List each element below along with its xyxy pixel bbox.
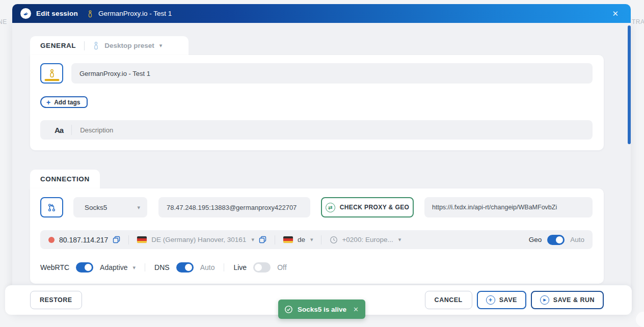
chevron-down-icon[interactable]: ▾ bbox=[310, 236, 313, 243]
options-row: WebRTC Adaptive ▾ DNS Auto Live Off bbox=[40, 258, 287, 277]
webrtc-label: WebRTC bbox=[40, 263, 69, 271]
swap-arrows-icon: ⇄ bbox=[326, 203, 335, 212]
scrollbar-thumb[interactable] bbox=[628, 25, 631, 144]
restore-button[interactable]: RESTORE bbox=[30, 291, 82, 309]
geo-label: Geo bbox=[529, 236, 542, 243]
live-state: Off bbox=[277, 263, 286, 271]
avatar-accent-bar bbox=[44, 79, 59, 81]
check-circle-icon bbox=[284, 305, 293, 314]
connection-tab-label: CONNECTION bbox=[40, 175, 90, 183]
restore-label: RESTORE bbox=[40, 296, 72, 304]
dns-label: DNS bbox=[154, 263, 170, 271]
geo-toggle-group: Geo Auto bbox=[529, 235, 584, 245]
timezone-value: +0200: Europe... bbox=[342, 236, 393, 243]
close-icon[interactable]: ✕ bbox=[608, 8, 623, 19]
geo-info-bar: 80.187.114.217 DE (Germany) Hanover, 301… bbox=[40, 230, 593, 249]
change-ip-url-input[interactable] bbox=[432, 204, 585, 211]
geo-toggle[interactable] bbox=[547, 235, 565, 245]
live-toggle[interactable] bbox=[253, 262, 271, 272]
divider bbox=[145, 263, 145, 271]
add-tags-button[interactable]: + Add tags bbox=[40, 96, 88, 108]
dns-state: Auto bbox=[200, 263, 215, 271]
save-and-run-button[interactable]: ▶ SAVE & RUN bbox=[531, 291, 604, 309]
plus-icon: + bbox=[46, 99, 50, 106]
cancel-label: CANCEL bbox=[435, 296, 463, 304]
cancel-button[interactable]: CANCEL bbox=[425, 291, 472, 309]
preset-label: Desktop preset bbox=[104, 42, 154, 49]
geo-location: DE (Germany) Hanover, 30161 bbox=[151, 236, 246, 243]
background-text-fragment: TRAS bbox=[632, 18, 644, 25]
proxy-string-input[interactable] bbox=[167, 204, 302, 211]
proxy-button[interactable] bbox=[40, 197, 63, 217]
preset-person-icon bbox=[93, 41, 99, 50]
general-tab-label: GENERAL bbox=[40, 42, 76, 49]
chevron-down-icon[interactable]: ▾ bbox=[251, 236, 254, 243]
chevron-down-icon[interactable]: ▾ bbox=[133, 264, 136, 271]
tab-connection: CONNECTION bbox=[30, 170, 100, 188]
webrtc-toggle[interactable] bbox=[76, 262, 93, 272]
tab-general: GENERAL Desktop preset ▾ bbox=[30, 36, 189, 55]
geo-state: Auto bbox=[570, 236, 584, 243]
divider bbox=[128, 235, 129, 244]
check-proxy-geo-label: CHECK PROXY & GEO bbox=[340, 204, 410, 211]
divider bbox=[321, 235, 321, 244]
background-shape bbox=[636, 312, 644, 327]
background-text-fragment: NE bbox=[0, 18, 7, 25]
proxy-network-icon bbox=[47, 203, 57, 212]
play-circle-icon: ▶ bbox=[540, 295, 549, 305]
profile-avatar-button[interactable] bbox=[40, 63, 63, 84]
app-logo-icon bbox=[20, 8, 31, 19]
external-ip: 80.187.114.217 bbox=[59, 236, 108, 244]
flag-de-icon bbox=[283, 236, 293, 243]
chevron-down-icon[interactable]: ▾ bbox=[398, 236, 401, 243]
dns-toggle[interactable] bbox=[176, 262, 194, 272]
session-person-icon bbox=[87, 10, 93, 18]
chevron-down-icon: ▾ bbox=[159, 42, 163, 49]
check-proxy-geo-button[interactable]: ⇄ CHECK PROXY & GEO bbox=[321, 197, 414, 217]
chevron-down-icon: ▾ bbox=[137, 204, 140, 211]
preset-select[interactable]: Desktop preset ▾ bbox=[93, 41, 162, 50]
session-name-field[interactable] bbox=[71, 63, 593, 84]
language-value: de bbox=[298, 236, 305, 243]
live-label: Live bbox=[233, 263, 247, 271]
session-name-input[interactable] bbox=[79, 70, 584, 77]
plus-circle-icon: + bbox=[486, 295, 495, 305]
description-input[interactable] bbox=[80, 126, 584, 134]
divider bbox=[275, 235, 275, 244]
modal-titlebar: Edit session GermanProxy.io - Test 1 ✕ bbox=[12, 4, 631, 23]
toast-message: Socks5 is alive bbox=[298, 306, 346, 313]
flag-de-icon bbox=[137, 236, 147, 243]
modal-title: Edit session bbox=[36, 10, 78, 17]
proxy-type-select[interactable]: Socks5 ▾ bbox=[73, 197, 147, 217]
avatar-person-icon bbox=[48, 69, 56, 78]
divider bbox=[84, 41, 85, 50]
clock-icon bbox=[330, 236, 338, 244]
font-icon: Aa bbox=[55, 126, 63, 134]
proxy-type-value: Socks5 bbox=[85, 204, 107, 211]
save-run-label: SAVE & RUN bbox=[553, 296, 595, 304]
description-field[interactable]: Aa bbox=[40, 120, 593, 140]
save-label: SAVE bbox=[499, 296, 517, 304]
proxy-alive-toast: Socks5 is alive ✕ bbox=[278, 299, 365, 319]
add-tags-label: Add tags bbox=[54, 99, 80, 106]
webrtc-mode: Adaptive bbox=[100, 263, 127, 271]
save-button[interactable]: + SAVE bbox=[477, 291, 526, 309]
proxy-string-field[interactable] bbox=[158, 197, 310, 217]
copy-icon[interactable] bbox=[259, 236, 266, 243]
ip-status-icon bbox=[48, 237, 55, 243]
change-ip-url-field[interactable] bbox=[424, 197, 593, 217]
toast-close-icon[interactable]: ✕ bbox=[353, 306, 359, 313]
copy-icon[interactable] bbox=[113, 236, 120, 243]
divider bbox=[224, 263, 224, 271]
general-card: + Add tags Aa bbox=[30, 55, 604, 150]
divider bbox=[71, 125, 72, 135]
session-name: GermanProxy.io - Test 1 bbox=[98, 10, 172, 17]
